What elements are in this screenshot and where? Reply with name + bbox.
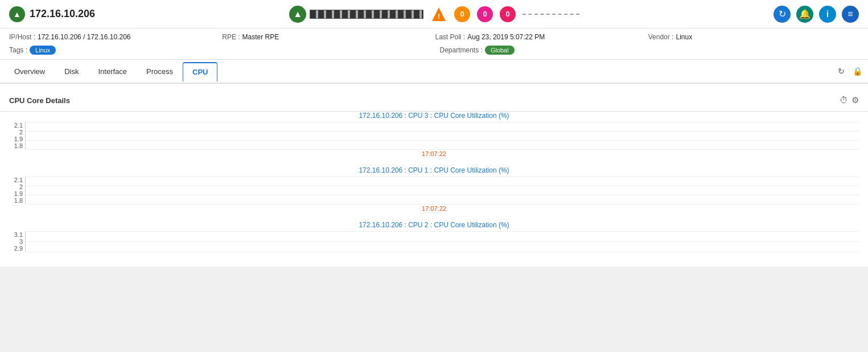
grid-line xyxy=(26,131,859,132)
grid-line xyxy=(26,186,859,186)
charts-container: CPU Core Details ⏱ ⚙ 172.16.10.206 : CPU… xyxy=(0,84,868,267)
vendor-label: Vendor : xyxy=(648,33,674,41)
grid-line xyxy=(26,242,859,242)
poll-row: Last Poll : Aug 23, 2019 5:07:22 PM xyxy=(435,33,646,41)
tags-departments-row: Tags : Linux Departments : Global xyxy=(9,43,859,55)
departments-value: Global xyxy=(485,46,515,55)
alert-triangle-icon: ! xyxy=(431,6,447,22)
poll-label: Last Poll : xyxy=(435,33,466,41)
chart-cpu2: 172.16.10.206 : CPU 2 : CPU Core Utiliza… xyxy=(0,221,868,252)
chart-cpu1-title: 172.16.10.206 : CPU 1 : CPU Core Utiliza… xyxy=(9,166,859,174)
y-label: 2.9 xyxy=(14,245,23,252)
badge-pink: 0 xyxy=(477,6,493,22)
tags-label: Tags : xyxy=(9,46,27,54)
tab-cpu[interactable]: CPU xyxy=(183,62,217,82)
vendor-value: Linux xyxy=(676,33,692,41)
progress-bar xyxy=(310,10,423,19)
tags-value: Linux xyxy=(30,46,56,55)
chart-cpu2-row: 3.1 3 2.9 xyxy=(9,231,859,252)
section-header: CPU Core Details ⏱ ⚙ xyxy=(0,89,868,112)
badge-orange: 0 xyxy=(454,6,470,22)
ip-label: IP/Host : xyxy=(9,33,35,41)
tab-process[interactable]: Process xyxy=(137,62,183,81)
chart-cpu1-y-axis: 2.1 2 1.9 1.8 xyxy=(9,177,25,204)
badge-magenta: 0 xyxy=(500,6,516,22)
grid-line xyxy=(26,177,859,177)
menu-button[interactable]: ≡ xyxy=(842,6,859,23)
y-label: 1.9 xyxy=(14,190,23,197)
host-icon: ▲ xyxy=(9,6,25,22)
grid-line xyxy=(26,204,859,204)
tab-overview[interactable]: Overview xyxy=(5,62,55,81)
header-right: ↻ 🔔 i ≡ xyxy=(774,6,859,23)
grid-line xyxy=(26,252,859,252)
tags-row: Tags : Linux xyxy=(9,46,429,55)
header-center: ▲ ! 0 0 0 xyxy=(289,6,579,23)
chart-cpu3: 172.16.10.206 : CPU 3 : CPU Core Utiliza… xyxy=(0,112,868,157)
svg-text:!: ! xyxy=(438,13,440,21)
chart-cpu3-inner xyxy=(25,122,859,149)
tab-action-icons: ↻ 🔒 xyxy=(835,65,863,77)
chart-cpu1: 172.16.10.206 : CPU 1 : CPU Core Utiliza… xyxy=(0,166,868,212)
refresh-button[interactable]: ↻ xyxy=(774,6,791,23)
chart-cpu2-inner xyxy=(25,231,859,252)
y-label: 2 xyxy=(19,129,23,136)
header-left: ▲ 172.16.10.206 xyxy=(9,6,95,22)
y-label: 2.1 xyxy=(14,122,23,129)
up-arrow-icon: ▲ xyxy=(289,6,306,23)
chart-cpu1-inner xyxy=(25,177,859,204)
ip-row: IP/Host : 172.16.10.206 / 172.16.10.206 xyxy=(9,33,220,41)
tabs-bar: Overview Disk Interface Process CPU ↻ 🔒 xyxy=(0,60,868,84)
y-label: 2 xyxy=(19,183,23,190)
grid-line xyxy=(26,231,859,232)
chart-cpu3-row: 2.1 2 1.9 1.8 xyxy=(9,122,859,149)
y-label: 3.1 xyxy=(14,231,23,238)
tab-lock-icon[interactable]: 🔒 xyxy=(851,65,863,77)
rpe-label: RPE : xyxy=(222,33,240,41)
gear-icon[interactable]: ⚙ xyxy=(851,95,859,105)
host-title: 172.16.10.206 xyxy=(30,8,95,20)
main-content: CPU Core Details ⏱ ⚙ 172.16.10.206 : CPU… xyxy=(0,84,868,267)
header: ▲ 172.16.10.206 ▲ ! 0 0 0 ↻ 🔔 i ≡ xyxy=(0,0,868,28)
y-label: 2.1 xyxy=(14,177,23,183)
rpe-row: RPE : Master RPE xyxy=(222,33,433,41)
chart-cpu3-title: 172.16.10.206 : CPU 3 : CPU Core Utiliza… xyxy=(9,112,859,120)
rpe-value: Master RPE xyxy=(242,33,279,41)
grid-line xyxy=(26,140,859,141)
chart-cpu1-row: 2.1 2 1.9 1.8 xyxy=(9,177,859,204)
tab-refresh-icon[interactable]: ↻ xyxy=(835,65,848,77)
section-icons: ⏱ ⚙ xyxy=(840,95,859,105)
dashed-separator xyxy=(523,14,579,15)
chart-cpu1-time: 17:07:22 xyxy=(9,205,859,212)
y-label: 1.8 xyxy=(14,142,23,149)
ip-value: 172.16.10.206 / 172.16.10.206 xyxy=(38,33,130,41)
y-label: 1.9 xyxy=(14,136,23,142)
poll-value: Aug 23, 2019 5:07:22 PM xyxy=(467,33,545,41)
bell-button[interactable]: 🔔 xyxy=(796,6,813,23)
departments-row: Departments : Global xyxy=(440,46,859,55)
chart-cpu3-time: 17:07:22 xyxy=(9,150,859,157)
chart-cpu2-title: 172.16.10.206 : CPU 2 : CPU Core Utiliza… xyxy=(9,221,859,229)
chart-cpu2-y-axis: 3.1 3 2.9 xyxy=(9,231,25,252)
grid-line xyxy=(26,122,859,122)
y-label: 3 xyxy=(19,238,23,245)
grid-line xyxy=(26,149,859,150)
y-label: 1.8 xyxy=(14,197,23,204)
chart-cpu3-y-axis: 2.1 2 1.9 1.8 xyxy=(9,122,25,149)
clock-icon[interactable]: ⏱ xyxy=(840,95,848,105)
info-bar: IP/Host : 172.16.10.206 / 172.16.10.206 … xyxy=(0,28,868,60)
section-title: CPU Core Details xyxy=(9,96,70,105)
vendor-row: Vendor : Linux xyxy=(648,33,859,41)
departments-label: Departments : xyxy=(440,46,483,54)
info-button[interactable]: i xyxy=(819,6,836,23)
tab-disk[interactable]: Disk xyxy=(55,62,88,81)
progress-bar-wrap: ▲ xyxy=(289,6,423,23)
tab-interface[interactable]: Interface xyxy=(88,62,137,81)
grid-line xyxy=(26,195,859,195)
